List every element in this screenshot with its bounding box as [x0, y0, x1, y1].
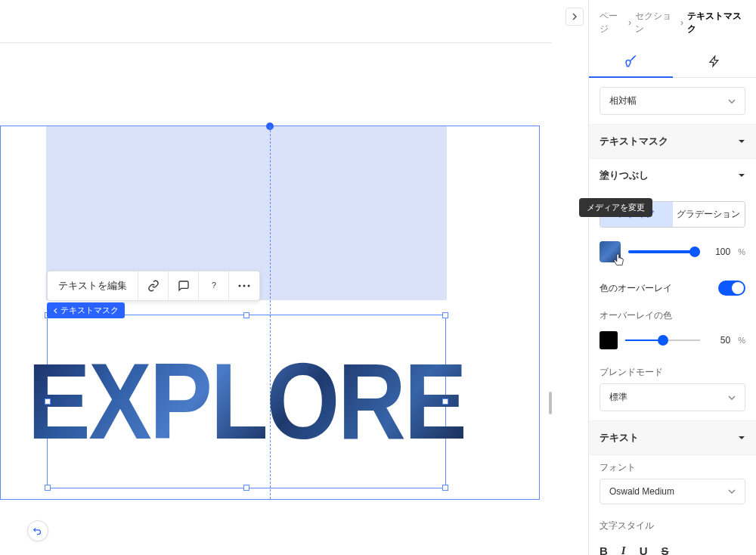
overlay-opacity-slider[interactable]: [625, 340, 700, 341]
collapse-panel-button[interactable]: [565, 8, 584, 26]
link-button[interactable]: [138, 271, 169, 300]
caret-down-icon: [738, 139, 745, 144]
overlay-opacity-value[interactable]: 50: [708, 335, 730, 346]
breadcrumb-section[interactable]: セクション: [635, 10, 677, 36]
tab-interaction[interactable]: [673, 45, 757, 77]
svg-text:?: ?: [212, 281, 216, 290]
caret-down-icon: [738, 173, 745, 178]
svg-point-3: [243, 285, 246, 287]
breadcrumb-page[interactable]: ページ: [600, 10, 624, 36]
color-overlay-toggle[interactable]: [718, 281, 745, 296]
element-label-text: テキストマスク: [60, 305, 119, 316]
chevron-down-icon: [728, 395, 736, 400]
text-style-buttons: B I U S: [589, 537, 756, 555]
slider-thumb[interactable]: [658, 335, 668, 346]
blend-mode-label: ブレンドモード: [589, 360, 756, 383]
breadcrumb: ページ › セクション › テキストマスク: [589, 0, 756, 45]
slider-thumb[interactable]: [689, 246, 700, 257]
chevron-right-icon: [571, 13, 578, 20]
resize-handle[interactable]: [45, 398, 51, 405]
bolt-icon: [708, 55, 720, 67]
panel-tabs: [589, 45, 756, 78]
cursor-hand-icon: [612, 253, 625, 268]
help-button[interactable]: ?: [199, 271, 229, 300]
media-opacity-row: 100 %: [589, 237, 756, 273]
breadcrumb-current: テキストマスク: [687, 10, 745, 36]
underline-button[interactable]: U: [640, 544, 648, 555]
help-icon: ?: [208, 280, 220, 292]
font-dropdown[interactable]: Oswald Medium: [600, 479, 745, 504]
edit-text-button[interactable]: テキストを編集: [48, 271, 138, 300]
overlay-opacity-unit: %: [738, 336, 745, 345]
more-icon: [238, 284, 250, 287]
mask-text[interactable]: EXPLORE: [28, 348, 466, 455]
font-value: Oswald Medium: [609, 486, 674, 497]
blend-mode-value: 標準: [609, 391, 627, 404]
opacity-slider[interactable]: [628, 250, 700, 253]
caret-down-icon: [738, 436, 745, 440]
canvas-area[interactable]: テキストを編集 ? テキストマスク EXPLORE: [0, 0, 552, 555]
canvas-border: [0, 42, 552, 43]
section-text-mask[interactable]: テキストマスク: [589, 124, 756, 159]
floating-toolbar: テキストを編集 ?: [47, 271, 260, 301]
inspector-panel: ページ › セクション › テキストマスク 相対幅 テキストマスク 塗りつぶし …: [588, 0, 756, 555]
opacity-value[interactable]: 100: [708, 246, 730, 257]
panel-resize-handle[interactable]: [549, 392, 552, 414]
chevron-down-icon: [728, 489, 736, 494]
text-mask-element[interactable]: EXPLORE: [47, 315, 446, 488]
resize-handle[interactable]: [243, 312, 249, 318]
resize-handle[interactable]: [442, 485, 448, 491]
chevron-down-icon: [728, 99, 736, 104]
text-style-label: 文字スタイル: [589, 513, 756, 537]
resize-handle[interactable]: [45, 485, 51, 491]
overlay-color-row: 50 %: [589, 327, 756, 360]
italic-button[interactable]: I: [621, 544, 626, 555]
more-button[interactable]: [229, 271, 259, 300]
element-label-badge[interactable]: テキストマスク: [47, 302, 125, 318]
comment-icon: [178, 280, 190, 292]
svg-point-2: [239, 285, 241, 287]
width-mode-value: 相対幅: [609, 95, 637, 107]
brush-icon: [624, 54, 637, 68]
opacity-unit: %: [738, 247, 745, 256]
undo-button[interactable]: [27, 520, 48, 541]
comment-button[interactable]: [169, 271, 199, 300]
undo-icon: [33, 526, 43, 536]
resize-handle[interactable]: [442, 398, 448, 405]
tooltip-change-media: メディアを変更: [588, 198, 652, 217]
section-fill[interactable]: 塗りつぶし: [589, 159, 756, 192]
resize-handle[interactable]: [442, 312, 448, 318]
section-text[interactable]: テキスト: [589, 420, 756, 455]
blend-mode-dropdown[interactable]: 標準: [600, 383, 745, 411]
svg-point-4: [248, 285, 250, 287]
fill-tab-gradient[interactable]: グラデーション: [673, 202, 745, 227]
color-overlay-row: 色のオーバーレイ: [589, 273, 756, 303]
strike-button[interactable]: S: [662, 544, 669, 555]
font-label: フォント: [589, 455, 756, 479]
color-overlay-label: 色のオーバーレイ: [600, 282, 672, 295]
resize-handle[interactable]: [243, 485, 249, 491]
width-mode-dropdown[interactable]: 相対幅: [600, 87, 745, 115]
chevron-left-icon: [53, 308, 58, 314]
tab-design[interactable]: [589, 45, 673, 77]
overlay-color-label: オーバーレイの色: [589, 303, 756, 327]
bold-button[interactable]: B: [600, 544, 608, 555]
link-icon: [147, 280, 160, 292]
overlay-color-swatch[interactable]: [600, 331, 618, 349]
media-thumbnail[interactable]: [600, 241, 621, 262]
